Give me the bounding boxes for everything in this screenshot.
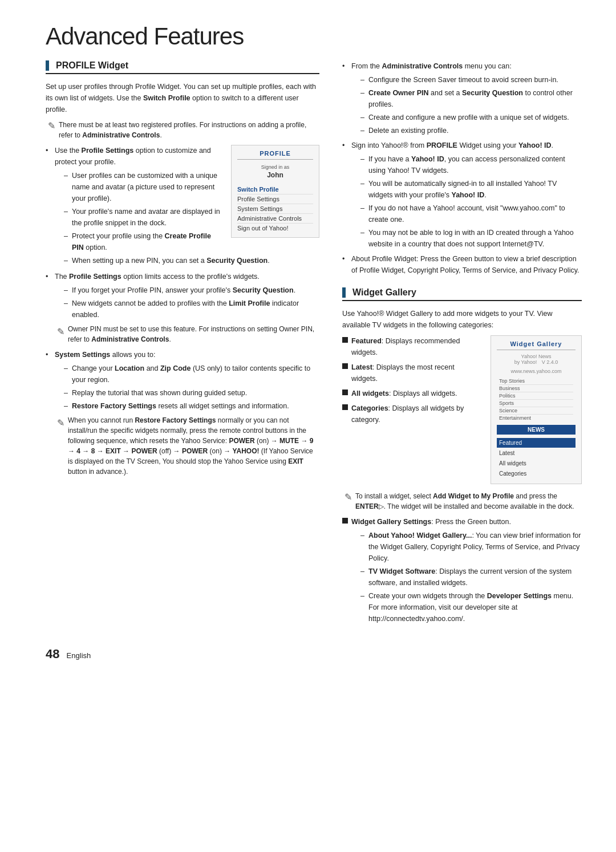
wg-list-item-all: All widgets: Displays all widgets. — [342, 388, 481, 399]
profile-intro: Set up user profiles through Profile Wid… — [46, 81, 319, 115]
right-item-3: About Profile Widget: Press the Green bu… — [342, 253, 582, 276]
right-sub-1-2: Create Owner PIN and set a Security Ques… — [360, 87, 582, 110]
wg-bottom-list: Widget Gallery Settings: Press the Green… — [342, 516, 582, 626]
profile-sub-3-1: Change your Location and Zip Code (US on… — [64, 363, 319, 386]
wg-list-item-featured: Featured: Displays recommended widgets. — [342, 335, 481, 358]
right-column: From the Administrative Controls menu yo… — [342, 60, 582, 630]
wg-section-bar — [342, 287, 346, 298]
note-text-1: There must be at least two registered pr… — [59, 120, 319, 140]
wg-url: www.news.yahoo.com — [497, 368, 576, 374]
wg-item-1: Business — [499, 385, 573, 392]
profile-list-item-3: System Settings allows you to: Change yo… — [46, 349, 319, 477]
right-sub-1: Configure the Screen Saver timeout to av… — [351, 74, 582, 136]
profile-sub-list-1: User profiles can be customized with a u… — [55, 170, 319, 266]
profile-content-block: PROFILE Signed in as John Switch Profile… — [46, 145, 319, 271]
profile-sub-3-2: Replay the tutorial that was shown durin… — [64, 387, 319, 399]
right-sub-1-1: Configure the Screen Saver timeout to av… — [360, 74, 582, 86]
note-text-2: Owner PIN must be set to use this featur… — [68, 324, 319, 344]
wg-item-2: Politics — [499, 392, 573, 400]
note-icon-2: ✎ — [57, 324, 64, 339]
wg-title: Widget Gallery — [497, 340, 576, 350]
right-sub-1-3: Create and configure a new profile with … — [360, 112, 582, 123]
note-block-2: ✎ Owner PIN must be set to use this feat… — [55, 324, 319, 344]
right-sub-1-4: Delete an existing profile. — [360, 125, 582, 136]
wg-item-4: Science — [499, 407, 573, 415]
right-sub-2-2: You will be automatically signed-in to a… — [360, 178, 582, 201]
right-sub-2-1: If you have a Yahoo! ID, you can access … — [360, 153, 582, 176]
wg-settings-item: Widget Gallery Settings: Press the Green… — [342, 516, 582, 626]
wg-note-text: To install a widget, select Add Widget t… — [355, 491, 582, 512]
profile-list-item-1: Use the Profile Settings option to custo… — [46, 145, 319, 266]
widget-gallery-content: Widget Gallery Yahoo! News by Yahoo! V 2… — [342, 335, 582, 489]
right-item-2: Sign into Yahoo!® from PROFILE Widget us… — [342, 140, 582, 250]
note-text-3: When you cannot run Restore Factory Sett… — [68, 415, 319, 477]
profile-sub-1-1: User profiles can be customized with a u… — [64, 170, 319, 204]
wg-menu-1: Latest — [497, 448, 576, 458]
wg-settings-subs: About Yahoo! Widget Gallery...: You can … — [351, 530, 582, 624]
wg-menu-3: Categories — [497, 469, 576, 478]
widget-gallery-box: Widget Gallery Yahoo! News by Yahoo! V 2… — [491, 335, 582, 484]
left-column: PROFILE Widget Set up user profiles thro… — [46, 60, 319, 630]
wg-settings-sub-1: About Yahoo! Widget Gallery...: You can … — [360, 530, 582, 564]
page-number: 48 English — [46, 647, 582, 662]
wg-settings-sub-2: TV Widget Software: Displays the current… — [360, 566, 582, 589]
profile-sub-3-3: Restore Factory Settings resets all widg… — [64, 400, 319, 412]
widget-gallery-intro: Use Yahoo!® Widget Gallery to add more w… — [342, 308, 582, 331]
square-bullet-4 — [342, 404, 348, 410]
profile-sub-2-2: New widgets cannot be added to profiles … — [64, 298, 319, 320]
right-main-list: From the Administrative Controls menu yo… — [342, 60, 582, 276]
wg-item-5: Entertainment — [499, 415, 573, 421]
wg-menu-0: Featured — [497, 438, 576, 448]
note-block-1: ✎ There must be at least two registered … — [46, 120, 319, 140]
square-bullet-3 — [342, 390, 348, 395]
note-block-3: ✎ When you cannot run Restore Factory Se… — [55, 415, 319, 477]
right-sub-2-3: If you do not have a Yahoo! account, vis… — [360, 202, 582, 225]
wg-news-button: NEWS — [497, 425, 576, 435]
wg-list-item-categories: Categories: Displays all widgets by cate… — [342, 403, 481, 425]
profile-main-list: Use the Profile Settings option to custo… — [46, 145, 319, 266]
widget-gallery-section-title: Widget Gallery — [342, 287, 582, 301]
note-icon-1: ✎ — [48, 120, 55, 131]
wg-items-list: Top Stories Business Politics Sports Sci… — [497, 378, 576, 421]
page-language: English — [67, 651, 91, 660]
right-sub-2: If you have a Yahoo! ID, you can access … — [351, 153, 582, 250]
wg-menu-2: All widgets — [497, 459, 576, 468]
profile-sub-1-4: When setting up a new PIN, you can set a… — [64, 255, 319, 266]
right-sub-2-4: You may not be able to log in with an ID… — [360, 227, 582, 250]
profile-main-list-2: The Profile Settings option limits acces… — [46, 271, 319, 477]
widget-gallery-image: Widget Gallery Yahoo! News by Yahoo! V 2… — [491, 335, 582, 484]
wg-list-item-latest: Latest: Displays the most recent widgets… — [342, 362, 481, 384]
profile-sub-1-2: Your profile's name and avatar are displ… — [64, 206, 319, 229]
section-bar — [46, 60, 49, 71]
profile-sub-2-1: If you forget your Profile PIN, answer y… — [64, 285, 319, 296]
note-icon-3: ✎ — [57, 416, 64, 431]
profile-sub-list-2: If you forget your Profile PIN, answer y… — [55, 285, 319, 320]
square-bullet-5 — [342, 518, 348, 524]
wg-menu: Featured Latest All widgets Categories — [497, 438, 576, 478]
wg-note-icon: ✎ — [345, 492, 352, 502]
profile-sub-list-3: Change your Location and Zip Code (US on… — [55, 363, 319, 412]
profile-list-item-2: The Profile Settings option limits acces… — [46, 271, 319, 344]
profile-section-title: PROFILE Widget — [46, 60, 319, 74]
wg-install-note: ✎ To install a widget, select Add Widget… — [342, 491, 582, 512]
page-title: Advanced Features — [46, 23, 582, 50]
wg-yahoo-news: Yahoo! News by Yahoo! V 2.4.0 — [497, 354, 576, 365]
profile-sub-1-3: Protect your profile using the Create Pr… — [64, 230, 319, 253]
right-item-1: From the Administrative Controls menu yo… — [342, 60, 582, 136]
square-bullet-2 — [342, 363, 348, 369]
wg-item-3: Sports — [499, 400, 573, 407]
wg-item-0: Top Stories — [499, 378, 573, 385]
square-bullet-1 — [342, 337, 348, 343]
wg-settings-sub-3: Create your own widgets through the Deve… — [360, 590, 582, 624]
